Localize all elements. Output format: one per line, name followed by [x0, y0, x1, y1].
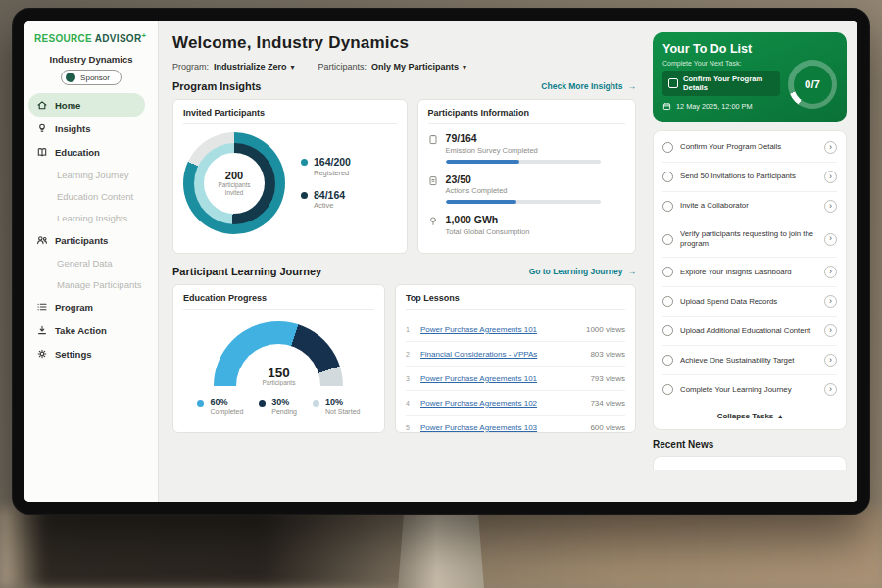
- legend-value: 10%: [325, 398, 360, 408]
- task-open-button[interactable]: ›: [824, 383, 837, 396]
- sidebar-item-participants[interactable]: Participants: [24, 228, 158, 252]
- task-checkbox-icon[interactable]: [662, 267, 673, 277]
- education-progress-card: Education Progress 150 Participants: [172, 284, 385, 433]
- lesson-link[interactable]: Power Purchase Agreements 102: [420, 399, 583, 408]
- task-checkbox-icon[interactable]: [662, 325, 673, 336]
- actions-progress-bar: [446, 200, 601, 204]
- checkbox-icon[interactable]: [668, 78, 678, 88]
- sidebar-item-learning-journey[interactable]: Learning Journey: [24, 164, 158, 185]
- task-open-button[interactable]: ›: [824, 200, 837, 213]
- legend-dot-not-started: [313, 400, 319, 407]
- task-checkbox-icon[interactable]: [662, 384, 673, 395]
- task-open-button[interactable]: ›: [824, 295, 837, 308]
- task-checkbox-icon[interactable]: [662, 172, 673, 182]
- task-open-button[interactable]: ›: [824, 171, 837, 183]
- arrow-right-icon: →: [628, 267, 637, 276]
- invited-legend: 164/200 Registered 84/164 Active: [301, 157, 351, 210]
- task-checkbox-icon[interactable]: [662, 201, 673, 212]
- participants-icon: [36, 234, 48, 246]
- todo-progress-ring: 0/7: [788, 60, 837, 109]
- chevron-right-icon: ›: [829, 172, 832, 181]
- lesson-rank: 2: [406, 351, 413, 358]
- sponsor-label: Sponsor: [80, 74, 110, 82]
- task-checkbox-icon[interactable]: [662, 142, 673, 153]
- task-checkbox-icon[interactable]: [662, 355, 673, 366]
- task-row-verify-participants[interactable]: Verify participants requesting to join t…: [662, 221, 837, 258]
- sidebar-item-take-action[interactable]: Take Action: [24, 318, 158, 342]
- sidebar-item-label: Learning Journey: [57, 170, 128, 180]
- card-title: Education Progress: [183, 293, 374, 310]
- task-open-button[interactable]: ›: [824, 266, 837, 278]
- lesson-link[interactable]: Power Purchase Agreements 101: [420, 325, 578, 334]
- calendar-icon: [662, 102, 671, 111]
- task-row-upload-educational-content[interactable]: Upload Additional Educational Content ›: [662, 317, 837, 346]
- education-icon: [36, 146, 48, 158]
- sidebar-item-settings[interactable]: Settings: [24, 342, 158, 366]
- sponsor-badge[interactable]: Sponsor: [61, 70, 122, 85]
- legend-value: 60%: [210, 398, 243, 408]
- task-open-button[interactable]: ›: [824, 324, 837, 337]
- lesson-row: 3 Power Purchase Agreements 101 793 view…: [406, 367, 625, 391]
- sidebar: RESOURCE ADVISOR+ Industry Dynamics Spon…: [24, 21, 159, 502]
- program-dropdown[interactable]: Program: Industrialize Zero ▾: [172, 62, 295, 72]
- lesson-rank: 4: [406, 400, 413, 407]
- sidebar-item-label: Manage Participants: [57, 279, 142, 290]
- task-row-complete-learning-journey[interactable]: Complete Your Learning Journey ›: [662, 375, 837, 404]
- task-open-button[interactable]: ›: [824, 233, 837, 246]
- program-label: Program:: [172, 62, 209, 72]
- task-row-achieve-sustainability-target[interactable]: Achieve One Sustainability Target ›: [662, 346, 837, 375]
- task-open-button[interactable]: ›: [824, 354, 837, 367]
- task-checkbox-icon[interactable]: [662, 234, 673, 245]
- gauge-center-value: 150: [214, 367, 343, 380]
- sidebar-item-home[interactable]: Home: [28, 93, 145, 117]
- lesson-link[interactable]: Financial Considerations - VPPAs: [420, 350, 583, 359]
- recent-news-card: [653, 456, 847, 470]
- sidebar-item-education-content[interactable]: Education Content: [24, 185, 158, 207]
- section-title: Participant Learning Journey: [172, 266, 321, 277]
- task-checkbox-icon[interactable]: [662, 296, 673, 307]
- stat-value: 23/50: [446, 173, 601, 186]
- task-label: Complete Your Learning Journey: [680, 385, 817, 395]
- stat-label: Emission Survey Completed: [446, 146, 601, 155]
- task-row-invite-collaborator[interactable]: Invite a Collaborator ›: [662, 192, 837, 221]
- task-row-send-invitations[interactable]: Send 50 Invitations to Participants ›: [662, 163, 837, 192]
- task-open-button[interactable]: ›: [824, 141, 837, 154]
- sidebar-item-program[interactable]: Program: [24, 295, 158, 318]
- task-row-upload-spend-data[interactable]: Upload Spend Data Records ›: [662, 287, 837, 317]
- donut-center-value: 200: [225, 170, 243, 181]
- next-task-pill[interactable]: Confirm Your Program Details: [662, 71, 780, 96]
- lesson-link[interactable]: Power Purchase Agreements 101: [420, 374, 583, 383]
- sidebar-item-label: Learning Insights: [57, 213, 127, 223]
- participants-information-card: Participants Information 79/164 Emission…: [417, 99, 636, 254]
- sidebar-item-insights[interactable]: Insights: [24, 117, 158, 140]
- sidebar-item-manage-participants[interactable]: Manage Participants: [24, 273, 158, 295]
- collapse-tasks-button[interactable]: Collapse Tasks ▴: [662, 404, 837, 427]
- dashboard-screen: RESOURCE ADVISOR+ Industry Dynamics Spon…: [24, 21, 858, 502]
- legend-label: Pending: [271, 408, 297, 415]
- program-insights-header: Program Insights Check More Insights →: [172, 80, 636, 92]
- invited-donut-inner-ring: 200 Participants Invited: [194, 143, 275, 224]
- task-row-confirm-program[interactable]: Confirm Your Program Details ›: [662, 133, 837, 163]
- education-gauge-chart: 150 Participants: [214, 321, 343, 386]
- todo-progress-count: 0/7: [794, 66, 832, 104]
- main-content: Welcome, Industry Dynamics Program: Indu…: [159, 21, 650, 502]
- donut-center-label: Participants Invited: [213, 181, 256, 197]
- sidebar-item-learning-insights[interactable]: Learning Insights: [24, 207, 158, 228]
- check-more-insights-link[interactable]: Check More Insights →: [541, 81, 636, 91]
- task-label: Achieve One Sustainability Target: [680, 356, 817, 366]
- legend-item: 164/200 Registered: [301, 157, 351, 177]
- go-to-learning-journey-link[interactable]: Go to Learning Journey →: [529, 267, 636, 276]
- survey-progress-fill: [446, 160, 520, 164]
- lesson-row: 5 Power Purchase Agreements 103 600 view…: [406, 416, 625, 439]
- sidebar-item-education[interactable]: Education: [24, 140, 158, 164]
- stat-label: Total Global Consumption: [446, 227, 530, 236]
- participants-dropdown[interactable]: Participants: Only My Participants ▾: [318, 62, 467, 72]
- task-label: Explore Your Insights Dashboard: [680, 268, 817, 277]
- task-row-explore-insights[interactable]: Explore Your Insights Dashboard ›: [662, 258, 837, 287]
- top-lessons-card: Top Lessons 1 Power Purchase Agreements …: [395, 284, 636, 433]
- chevron-right-icon: ›: [829, 385, 832, 394]
- sidebar-item-general-data[interactable]: General Data: [24, 252, 158, 273]
- gauge-center: 150 Participants: [214, 367, 343, 387]
- lesson-link[interactable]: Power Purchase Agreements 103: [420, 423, 583, 432]
- page-title: Welcome, Industry Dynamics: [172, 33, 636, 53]
